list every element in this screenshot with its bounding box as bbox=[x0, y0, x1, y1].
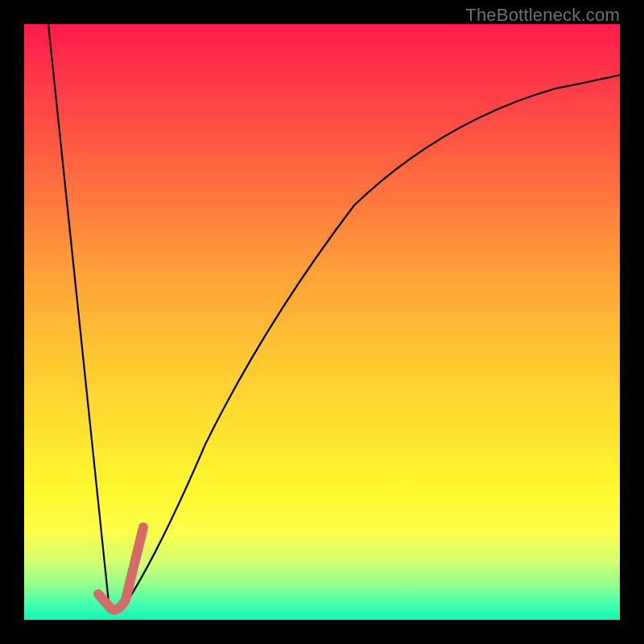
watermark-text: TheBottleneck.com bbox=[465, 5, 620, 26]
plot-area bbox=[24, 24, 620, 620]
chart-frame: TheBottleneck.com bbox=[0, 0, 644, 644]
curve-layer bbox=[24, 24, 620, 620]
black-curve bbox=[48, 24, 620, 610]
